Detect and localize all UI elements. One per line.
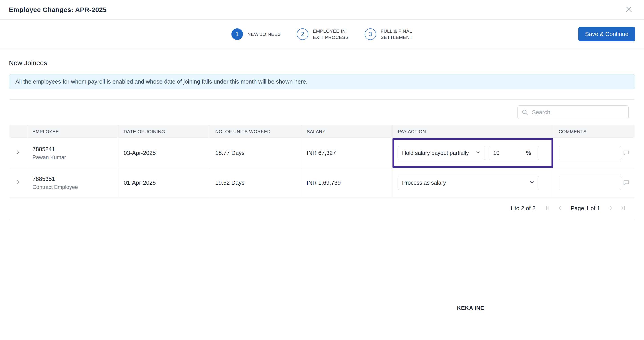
employee-cell: 7885241 Pawan Kumar bbox=[27, 138, 118, 168]
hold-percentage-group: % bbox=[489, 146, 539, 160]
table-header-comments: COMMENTS bbox=[553, 125, 635, 138]
chevron-down-icon bbox=[475, 150, 481, 157]
first-page-button[interactable] bbox=[545, 205, 551, 212]
employee-cell: 7885351 Contract Employee bbox=[27, 168, 118, 198]
step-3-label: FULL & FINAL SETTLEMENT bbox=[381, 28, 413, 40]
pay-action-selected-value: Process as salary bbox=[402, 180, 446, 186]
pagination-page-text: Page 1 of 1 bbox=[570, 205, 600, 212]
salary-cell: INR 1,69,739 bbox=[301, 168, 392, 198]
table-toolbar bbox=[9, 100, 635, 125]
step-employee-in-exit-process[interactable]: 2 EMPLOYEE IN EXIT PROCESS bbox=[297, 28, 349, 40]
table-header-pay-action: PAY ACTION bbox=[392, 125, 553, 138]
pay-action-select[interactable]: Hold salary payout partially bbox=[398, 146, 485, 160]
comment-bubble-button[interactable] bbox=[623, 179, 630, 186]
comment-bubble-icon bbox=[623, 149, 630, 157]
pay-action-select[interactable]: Process as salary bbox=[398, 176, 539, 190]
table-header-date-of-joining: DATE OF JOINING bbox=[118, 125, 210, 138]
pagination-bar: 1 to 2 of 2 bbox=[9, 198, 635, 220]
percent-suffix: % bbox=[518, 146, 539, 160]
employee-name: Contract Employee bbox=[32, 184, 78, 190]
table-row: 7885241 Pawan Kumar 03-Apr-2025 18.77 Da… bbox=[9, 138, 635, 168]
employee-id: 7885351 bbox=[32, 176, 55, 182]
units-worked-cell: 19.52 Days bbox=[210, 168, 301, 198]
pay-action-cell: Hold salary payout partially % bbox=[392, 138, 553, 168]
info-banner-text: All the employees for whom payroll is en… bbox=[15, 78, 308, 85]
step-full-and-final-settlement[interactable]: 3 FULL & FINAL SETTLEMENT bbox=[365, 28, 413, 40]
pay-action-selected-value: Hold salary payout partially bbox=[402, 150, 469, 156]
next-page-icon bbox=[608, 205, 614, 212]
comments-cell bbox=[553, 138, 635, 168]
row-expander-button[interactable] bbox=[9, 138, 27, 168]
modal-header: Employee Changes: APR-2025 bbox=[0, 0, 644, 19]
table-header-units-worked: NO. OF UNITS WORKED bbox=[210, 125, 301, 138]
step-new-joinees[interactable]: 1 NEW JOINEES bbox=[232, 28, 281, 40]
units-worked-cell: 18.77 Days bbox=[210, 138, 301, 168]
page-title: Employee Changes: APR-2025 bbox=[9, 6, 106, 13]
step-2-circle: 2 bbox=[297, 28, 308, 40]
close-icon bbox=[625, 5, 633, 14]
wizard-stepper: 1 NEW JOINEES 2 EMPLOYEE IN EXIT PROCESS… bbox=[232, 28, 413, 40]
employee-id: 7885241 bbox=[32, 146, 55, 153]
last-page-button[interactable] bbox=[620, 205, 626, 212]
hold-percentage-input[interactable] bbox=[489, 146, 518, 160]
comment-bubble-icon bbox=[623, 179, 630, 186]
section-title: New Joinees bbox=[9, 59, 635, 67]
comments-cell bbox=[553, 168, 635, 198]
table-header-salary: SALARY bbox=[301, 125, 392, 138]
next-page-button[interactable] bbox=[608, 205, 614, 212]
pagination-range-text: 1 to 2 of 2 bbox=[510, 205, 536, 212]
date-of-joining-cell: 03-Apr-2025 bbox=[118, 138, 210, 168]
table-row: 7885351 Contract Employee 01-Apr-2025 19… bbox=[9, 168, 635, 198]
close-button[interactable] bbox=[624, 4, 634, 15]
search-box bbox=[518, 105, 629, 119]
previous-page-icon bbox=[557, 205, 563, 212]
comment-input[interactable] bbox=[558, 176, 621, 190]
chevron-down-icon bbox=[529, 179, 535, 186]
table-header-expander bbox=[9, 125, 27, 138]
step-3-circle: 3 bbox=[365, 28, 376, 40]
company-watermark: KEKA INC bbox=[457, 305, 484, 311]
previous-page-button[interactable] bbox=[557, 205, 563, 212]
comment-input[interactable] bbox=[558, 146, 621, 160]
salary-cell: INR 67,327 bbox=[301, 138, 392, 168]
info-banner: All the employees for whom payroll is en… bbox=[9, 74, 635, 89]
main-content: New Joinees All the employees for whom p… bbox=[0, 59, 644, 220]
date-of-joining-cell: 01-Apr-2025 bbox=[118, 168, 210, 198]
employee-name: Pawan Kumar bbox=[32, 154, 66, 160]
row-expander-button[interactable] bbox=[9, 168, 27, 198]
step-1-label: NEW JOINEES bbox=[248, 31, 281, 37]
pay-action-cell: Process as salary bbox=[392, 168, 553, 198]
step-2-label: EMPLOYEE IN EXIT PROCESS bbox=[313, 28, 349, 40]
employee-changes-screen: Employee Changes: APR-2025 1 NEW JOINEES… bbox=[0, 0, 644, 340]
save-continue-button[interactable]: Save & Continue bbox=[578, 27, 635, 41]
table-header-employee: EMPLOYEE bbox=[27, 125, 118, 138]
search-input[interactable] bbox=[518, 105, 629, 119]
pager-controls: Page 1 of 1 bbox=[545, 205, 626, 212]
chevron-right-icon bbox=[15, 179, 21, 186]
chevron-right-icon bbox=[15, 149, 21, 157]
wizard-bar: 1 NEW JOINEES 2 EMPLOYEE IN EXIT PROCESS… bbox=[0, 19, 644, 49]
comment-bubble-button[interactable] bbox=[623, 149, 630, 157]
first-page-icon bbox=[545, 205, 551, 212]
last-page-icon bbox=[620, 205, 626, 212]
new-joinees-table-card: EMPLOYEE DATE OF JOINING NO. OF UNITS WO… bbox=[9, 99, 635, 220]
step-1-circle: 1 bbox=[232, 28, 243, 40]
table-header-row: EMPLOYEE DATE OF JOINING NO. OF UNITS WO… bbox=[9, 125, 635, 138]
